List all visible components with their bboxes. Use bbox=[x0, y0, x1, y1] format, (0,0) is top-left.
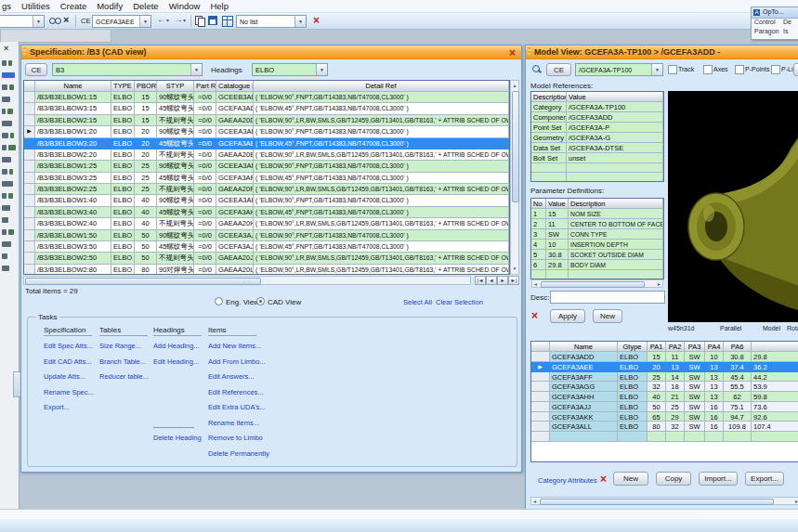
add-to-list-icon[interactable] bbox=[195, 16, 204, 26]
spec-table-row[interactable]: /B3/B3ELBOW2:40ELBO40不规则弯头=0/0GAEAA20HH(… bbox=[24, 218, 509, 229]
chevron-down-icon[interactable]: ▼ bbox=[190, 64, 202, 75]
nav-next-button[interactable]: ► bbox=[497, 276, 508, 285]
headings-combo[interactable]: ELBO▼ bbox=[252, 63, 328, 76]
task-link-edit-spec-atts[interactable]: Edit Spec Atts... bbox=[44, 342, 93, 350]
task-link-rename-spec[interactable]: Rename Spec... bbox=[44, 388, 94, 396]
spec-table-row[interactable]: /B3/B3ELBOW3:50ELBO5045螺纹弯头=0/0GCEFA3AJJ… bbox=[24, 241, 509, 253]
close-icon[interactable]: × bbox=[4, 44, 8, 53]
tree-item-fragment[interactable] bbox=[8, 145, 16, 150]
tree-item-fragment[interactable] bbox=[2, 109, 6, 114]
menu-item-delete[interactable]: Delete bbox=[133, 1, 158, 11]
nav-last-button[interactable]: ►| bbox=[508, 276, 519, 285]
task-link-edit-heading[interactable]: Edit Heading... bbox=[153, 357, 199, 366]
spec-table-row[interactable]: /B3/B3ELBOW2:50ELBO50不规则弯头=0/0GAEAA20JJ(… bbox=[24, 253, 509, 264]
task-link-size-range[interactable]: Size Range... bbox=[99, 342, 141, 350]
task-link-edit-cad-atts[interactable]: Edit CAD Atts... bbox=[44, 357, 92, 366]
param-table-hscrollbar[interactable]: ◄ ► bbox=[531, 279, 663, 288]
spec-table-row[interactable]: /B3/B3ELBOW3:20ELBO2045螺纹弯头=0/0GCEFA3AEE… bbox=[24, 138, 509, 149]
axes-label[interactable]: Axes bbox=[713, 66, 728, 72]
task-link-remove-to-limbo[interactable]: Remove to Limbo bbox=[208, 434, 263, 442]
spec-table-row[interactable]: /B3/B3ELBOW1:40ELBO4090螺纹弯头=0/0GCEEA3AHH… bbox=[24, 195, 509, 206]
forward-menu-icon[interactable]: ▾ bbox=[183, 17, 186, 23]
menu-item-help[interactable]: Help bbox=[210, 1, 229, 11]
list-combo[interactable]: No list▼ bbox=[236, 15, 307, 28]
tree-item-fragment[interactable] bbox=[2, 217, 8, 223]
cad-view-radio[interactable] bbox=[256, 297, 265, 305]
scroll-right-icon[interactable]: ► bbox=[794, 499, 798, 504]
forward-icon[interactable]: → bbox=[174, 14, 183, 24]
nav-first-button[interactable]: |◄ bbox=[475, 276, 486, 285]
tree-item-fragment[interactable] bbox=[2, 241, 11, 247]
spec-table-row[interactable]: /B3/B3ELBOW1:15ELBO1590螺纹弯头=0/0GCEEB3ADD… bbox=[24, 92, 509, 103]
nav-prev-button[interactable]: ◄ bbox=[486, 276, 497, 285]
opto-window[interactable]: A OpTo... ControlDeParagonIs bbox=[751, 6, 798, 40]
spec-table-row[interactable]: /B3/B3ELBOW2:20ELBO20不规则弯头=0/0GAEAA20EE(… bbox=[24, 149, 509, 161]
task-link-branch-table[interactable]: Branch Table... bbox=[99, 357, 146, 366]
menu-item-create[interactable]: Create bbox=[60, 1, 87, 11]
spec-table-hscrollbar[interactable]: ⋮⋮ bbox=[23, 276, 471, 285]
task-link-edit-references[interactable]: Edit References... bbox=[208, 388, 264, 396]
hscroll-thumb[interactable] bbox=[540, 499, 774, 505]
clear-desc-icon[interactable]: × bbox=[531, 310, 538, 321]
category-table-row[interactable]: GCEFA3AGGELBO3218SW1355.553.9 bbox=[531, 382, 798, 392]
hscroll-thumb[interactable] bbox=[25, 278, 261, 285]
tree-item-fragment[interactable] bbox=[2, 169, 7, 175]
tree-item-fragment[interactable] bbox=[9, 84, 14, 90]
category-table-row[interactable]: ▶GCEFA3AEEELBO2013SW1337.436.2 bbox=[531, 362, 798, 372]
task-link-edit-answers[interactable]: Edit Answers... bbox=[208, 372, 255, 381]
tree-item-fragment[interactable] bbox=[8, 229, 14, 235]
spec-table-row[interactable]: /B3/B3ELBOW2:15ELBO15不规则弯头=0/0GAEAA20DD(… bbox=[24, 115, 509, 126]
p-points-checkbox[interactable] bbox=[735, 65, 744, 74]
model-combo[interactable]: /GCEFA3A-TP100▼ bbox=[575, 63, 663, 76]
parameter-row[interactable]: 211CENTER TO BOTTOM OF FACE bbox=[531, 219, 663, 229]
category-attributes-link[interactable]: Category Attributes bbox=[538, 476, 597, 485]
eng-view-radio[interactable] bbox=[215, 297, 223, 305]
cad-view-label[interactable]: CAD View bbox=[268, 298, 301, 306]
spec-table-row[interactable]: /B3/B3ELBOW2:80ELBO8090对焊弯头=0/0GAEAA20LL… bbox=[24, 265, 509, 275]
task-link-add-from-limbo[interactable]: Add From Limbo... bbox=[208, 357, 266, 366]
apply-button[interactable]: Apply bbox=[550, 309, 585, 323]
explorer-tree-strip[interactable]: × bbox=[0, 42, 20, 532]
category-table-row[interactable]: GCEFA3AHHELBO4021SW136259.8 bbox=[531, 392, 798, 402]
tree-item-fragment[interactable] bbox=[10, 133, 14, 138]
vscroll-thumb[interactable] bbox=[512, 91, 519, 202]
scroll-left-icon[interactable]: ◄ bbox=[532, 499, 537, 504]
opto-menu-row[interactable]: ControlDe bbox=[752, 19, 798, 28]
reset-button[interactable]: Re bbox=[793, 63, 798, 76]
category-table-hscrollbar[interactable]: ◄ ► bbox=[530, 497, 798, 505]
delete-category-icon[interactable]: × bbox=[600, 474, 607, 485]
chevron-down-icon[interactable]: ▼ bbox=[651, 64, 662, 75]
task-link-export[interactable]: Export... bbox=[44, 403, 70, 411]
save-list-icon[interactable] bbox=[208, 16, 217, 25]
tree-item-fragment[interactable] bbox=[2, 253, 7, 259]
parameter-row[interactable]: 530.8SCOKET OUTSIDE DIAM bbox=[531, 250, 663, 260]
task-link-delete-permanently[interactable]: Delete Permanently bbox=[208, 449, 269, 458]
tree-item-fragment[interactable] bbox=[2, 133, 8, 138]
spec-table-row[interactable]: /B3/B3ELBOW2:25ELBO25不规则弯头=0/0GAEAA20FF(… bbox=[24, 184, 509, 195]
category-table-row[interactable]: GCEFA3AFFELBO2514SW1345.444.2 bbox=[531, 372, 798, 383]
model-reference-row[interactable]: Bolt Setunset bbox=[531, 153, 663, 163]
model-3d-viewport[interactable] bbox=[668, 91, 798, 322]
model-reference-row[interactable]: Category/GCEFA3A-TP100 bbox=[531, 102, 663, 112]
zoom-search-icon[interactable] bbox=[531, 64, 543, 75]
p-points-label[interactable]: P-Points bbox=[745, 66, 769, 72]
category-table-row[interactable]: GCEFA3ALLELBO8032SW16109.8107.4 bbox=[531, 422, 798, 432]
clear-icon[interactable]: × bbox=[63, 14, 69, 25]
spec-table-row[interactable]: ▶/B3/B3ELBOW1:20ELBO2090螺纹弯头=0/0GCEEA3AE… bbox=[24, 126, 509, 137]
tree-item-fragment[interactable] bbox=[2, 97, 10, 102]
task-link-rename-items[interactable]: Rename Items... bbox=[208, 419, 259, 427]
task-link-update-atts[interactable]: Update Atts... bbox=[44, 372, 85, 381]
menu-item-utilities[interactable]: Utilities bbox=[21, 1, 50, 11]
axes-checkbox[interactable] bbox=[703, 65, 713, 74]
tree-item-fragment[interactable] bbox=[2, 157, 11, 162]
task-link-delete-heading[interactable]: Delete Heading bbox=[153, 434, 202, 442]
tree-item-fragment[interactable] bbox=[2, 229, 7, 235]
remove-list-icon[interactable]: × bbox=[313, 15, 320, 26]
tree-item-fragment[interactable] bbox=[2, 181, 13, 187]
list-grid-icon[interactable] bbox=[222, 16, 233, 27]
spec-table-vscrollbar[interactable]: ▲ ▼ bbox=[510, 80, 519, 275]
tree-item-fragment[interactable] bbox=[2, 145, 7, 150]
spec-table-row[interactable]: /B3/B3ELBOW3:15ELBO1545螺纹弯头=0/0GCEFA3ADD… bbox=[24, 103, 509, 114]
model-reference-row[interactable]: Geometry/GCEFA3A-G bbox=[531, 133, 663, 143]
search-binoculars-icon[interactable] bbox=[49, 16, 60, 26]
